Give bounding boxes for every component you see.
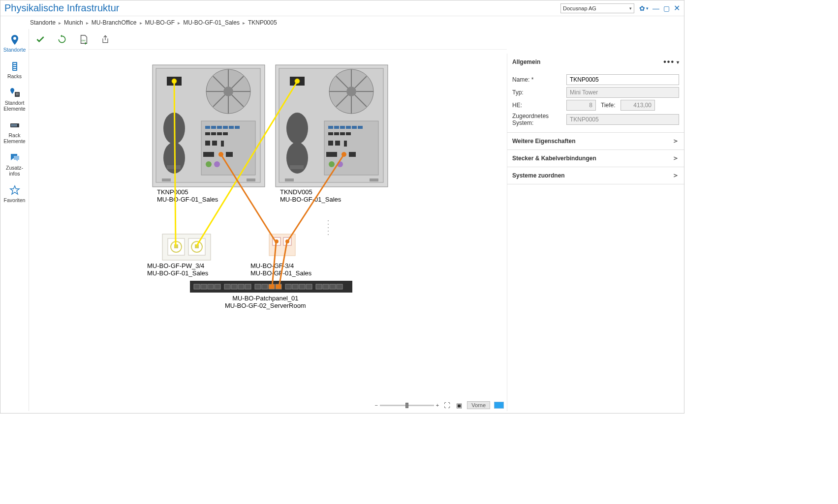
svg-point-26	[163, 113, 185, 144]
breadcrumb-item[interactable]: Munich	[64, 19, 83, 26]
zoom-in-icon[interactable]: +	[436, 402, 439, 408]
breadcrumb-item[interactable]: MU-BO-GF-01_Sales	[183, 19, 240, 26]
wall-jack-net[interactable]	[269, 234, 296, 262]
svg-rect-7	[16, 94, 19, 95]
section-header-general[interactable]: Allgemein ••• ▾	[507, 54, 684, 70]
chevron-down-icon[interactable]: ▾	[677, 59, 679, 65]
tower-icon	[152, 64, 265, 187]
sidebar-item-label: Favoriten	[4, 197, 26, 203]
bottom-bar: − + ⛶ ▣ Vorne	[374, 401, 504, 409]
svg-rect-110	[292, 284, 298, 289]
svg-rect-68	[358, 126, 363, 129]
svg-rect-111	[299, 284, 305, 289]
rack-element-icon	[9, 119, 21, 131]
sidebar-item-location-elements[interactable]: Standort Elemente	[0, 84, 29, 117]
svg-rect-78	[349, 152, 356, 157]
svg-rect-32	[223, 126, 228, 129]
svg-rect-82	[285, 178, 294, 181]
svg-rect-104	[245, 284, 251, 289]
svg-rect-10	[13, 124, 15, 125]
svg-point-95	[285, 239, 289, 243]
section-title: Weitere Eigenschaften	[512, 138, 575, 145]
maximize-button[interactable]: ▢	[663, 4, 670, 12]
device-pc-tknp0005[interactable]	[152, 64, 265, 189]
csv-export-button[interactable]: csv	[77, 33, 90, 46]
svg-point-79	[329, 161, 335, 167]
fit-width-icon[interactable]: ⛶	[443, 402, 451, 409]
svg-rect-87	[174, 244, 178, 248]
refresh-button[interactable]	[56, 33, 68, 46]
star-icon	[9, 184, 21, 196]
field-label: HE:	[512, 102, 566, 109]
sidebar-item-racks[interactable]: Racks	[0, 58, 29, 84]
name-input[interactable]	[566, 74, 679, 85]
svg-rect-14	[15, 126, 17, 127]
svg-rect-115	[330, 284, 336, 289]
device-pc-tkndv005[interactable]	[275, 64, 388, 189]
svg-rect-105	[255, 284, 261, 289]
breadcrumb: Standorte▸ Munich▸ MU-BranchOffice▸ MU-B…	[0, 16, 684, 29]
chevron-right-icon: ＞	[672, 137, 679, 146]
section-header-connectors[interactable]: Stecker & Kabelverbindungen ＞	[507, 150, 684, 167]
zoom-control[interactable]: − +	[374, 402, 439, 408]
location-pin-icon	[9, 34, 21, 46]
svg-rect-4	[13, 69, 16, 70]
svg-rect-44	[226, 152, 233, 157]
apply-button[interactable]	[34, 33, 47, 46]
share-button[interactable]	[99, 33, 112, 46]
device-label: TKNDV005 MU-BO-GF-01_Sales	[280, 188, 341, 203]
svg-rect-48	[162, 178, 171, 181]
front-back-toggle[interactable]: Vorne	[467, 401, 490, 409]
svg-point-80	[337, 161, 343, 167]
svg-rect-2	[13, 65, 16, 66]
splitter-grip[interactable]	[327, 220, 330, 235]
sidebar-item-label: Standorte	[3, 47, 26, 53]
svg-rect-108	[276, 284, 281, 289]
sidebar-item-extra-info[interactable]: Zusatz-infos	[0, 149, 29, 181]
svg-rect-107	[269, 284, 275, 289]
speech-bubble-icon	[9, 152, 21, 164]
svg-rect-101	[224, 284, 230, 289]
svg-rect-47	[167, 165, 181, 169]
field-label: Typ:	[512, 89, 566, 96]
ellipsis-icon[interactable]: •••	[663, 58, 675, 66]
sidebar-item-favorites[interactable]: Favoriten	[0, 181, 29, 208]
breadcrumb-item[interactable]: TKNP0005	[248, 19, 277, 26]
sidebar-item-locations[interactable]: Standorte	[0, 31, 29, 58]
svg-rect-41	[221, 141, 224, 147]
breadcrumb-item[interactable]: Standorte	[30, 19, 56, 26]
zoom-out-icon[interactable]: −	[374, 402, 377, 408]
sidebar-item-rack-elements[interactable]: Rack Elemente	[0, 117, 29, 149]
organization-dropdown[interactable]: Docusnap AG ▾	[560, 3, 634, 13]
svg-rect-83	[370, 178, 378, 181]
svg-rect-113	[316, 284, 322, 289]
section-header-more-properties[interactable]: Weitere Eigenschaften ＞	[507, 133, 684, 149]
color-swatch[interactable]	[494, 402, 504, 409]
page-title: Physikalische Infrastruktur	[4, 2, 119, 14]
svg-rect-72	[346, 132, 351, 135]
svg-rect-6	[16, 93, 19, 94]
field-label: Name: *	[512, 76, 566, 83]
close-button[interactable]: ✕	[674, 3, 680, 13]
toolbar: csv	[29, 29, 507, 50]
field-label: Zugeordnetes System:	[512, 113, 566, 126]
zoom-slider[interactable]	[380, 405, 434, 406]
minimize-button[interactable]: —	[652, 4, 659, 12]
settings-button[interactable]: ✿ ▾	[639, 4, 649, 12]
svg-rect-12	[11, 126, 13, 127]
breadcrumb-item[interactable]: MU-BO-GF	[145, 19, 175, 26]
svg-rect-102	[231, 284, 237, 289]
breadcrumb-item[interactable]: MU-BranchOffice	[92, 19, 137, 26]
chevron-down-icon: ▾	[646, 6, 649, 11]
svg-rect-42	[203, 152, 214, 157]
device-label: TKNP0005 MU-BO-GF-01_Sales	[157, 188, 218, 203]
svg-rect-106	[262, 284, 268, 289]
fit-page-icon[interactable]: ▣	[455, 402, 463, 409]
sidebar-item-label: Zusatz-infos	[6, 165, 23, 177]
svg-rect-63	[328, 126, 333, 129]
wall-jack-pw[interactable]	[162, 234, 211, 262]
section-header-assign-systems[interactable]: Systeme zuordnen ＞	[507, 167, 684, 184]
svg-rect-35	[205, 132, 210, 135]
patchpanel[interactable]	[190, 281, 352, 294]
diagram-canvas[interactable]: TKNP0005 MU-BO-GF-01_Sales TKNDV005 MU-B…	[29, 50, 507, 411]
